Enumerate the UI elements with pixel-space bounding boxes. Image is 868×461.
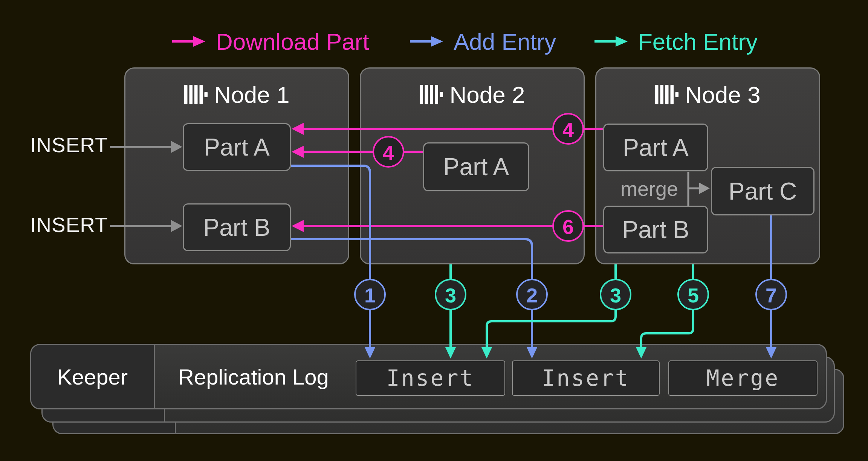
node-1-title: Node 1: [125, 81, 348, 108]
merge-label: merge: [603, 178, 678, 200]
legend-item-fetch-entry: Fetch Entry: [594, 29, 758, 54]
clickhouse-icon: [184, 85, 208, 104]
fetch-entry-arrow-icon: [594, 35, 628, 47]
keeper-section: Keeper: [31, 345, 155, 408]
svg-text:2: 2: [526, 284, 538, 307]
node-3-label: Node 3: [685, 81, 761, 108]
svg-text:3: 3: [445, 284, 456, 307]
log-entry-insert-1: Insert: [356, 360, 505, 396]
step-badge-7: 7: [756, 279, 786, 310]
log-entry-insert-2: Insert: [512, 360, 660, 396]
download-part-arrow-icon: [171, 35, 206, 47]
log-entry-merge: Merge: [668, 360, 818, 396]
step-badge-3a: 3: [436, 279, 466, 310]
step-badge-1: 1: [355, 279, 385, 310]
replication-log-title: Replication Log: [178, 345, 329, 408]
clickhouse-icon: [420, 85, 443, 104]
replication-diagram: Download Part Add Entry Fetch Entry INSE…: [0, 0, 868, 461]
insert-label-1: INSERT: [30, 133, 113, 157]
add-entry-arrow-icon: [409, 35, 444, 47]
svg-text:3: 3: [610, 284, 621, 307]
step-badge-2: 2: [517, 279, 547, 310]
clickhouse-icon: [655, 85, 679, 104]
node3-part-b: Part B: [603, 206, 708, 253]
svg-text:7: 7: [766, 284, 777, 307]
node1-part-b: Part B: [183, 203, 291, 251]
replication-log-bar: Keeper Replication Log Insert Insert Mer…: [30, 344, 827, 409]
node2-part-a: Part A: [423, 142, 529, 191]
step-badge-3b: 3: [601, 279, 631, 310]
legend-item-download-part: Download Part: [171, 29, 369, 54]
insert-label-2: INSERT: [30, 213, 113, 237]
legend-item-add-entry: Add Entry: [409, 29, 556, 54]
node1-part-a: Part A: [183, 123, 291, 171]
legend-label-download-part: Download Part: [216, 28, 369, 55]
svg-text:1: 1: [364, 284, 376, 307]
node-2-title: Node 2: [361, 81, 584, 108]
svg-text:5: 5: [688, 284, 699, 307]
node-3-title: Node 3: [596, 81, 819, 108]
node-2-label: Node 2: [450, 81, 525, 108]
legend-label-fetch-entry: Fetch Entry: [638, 28, 758, 55]
node3-part-a: Part A: [603, 124, 708, 171]
node3-part-c: Part C: [711, 167, 815, 215]
keeper-label: Keeper: [57, 364, 128, 389]
legend-label-add-entry: Add Entry: [454, 28, 556, 55]
node-1-label: Node 1: [214, 81, 290, 108]
step-badge-5: 5: [678, 279, 708, 310]
